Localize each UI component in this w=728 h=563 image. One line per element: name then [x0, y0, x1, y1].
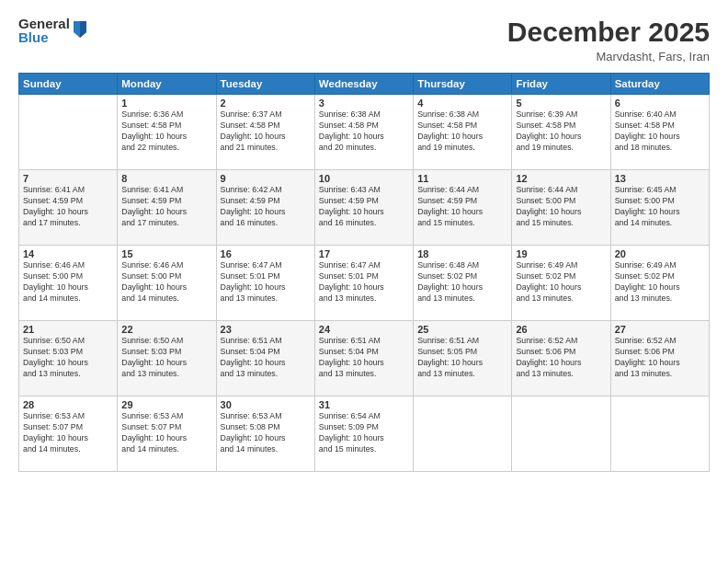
day-info: Sunrise: 6:54 AM Sunset: 5:09 PM Dayligh…: [319, 411, 409, 455]
logo-blue: Blue: [18, 30, 70, 44]
calendar-cell: 14Sunrise: 6:46 AM Sunset: 5:00 PM Dayli…: [19, 246, 118, 321]
calendar-cell: 12Sunrise: 6:44 AM Sunset: 5:00 PM Dayli…: [512, 170, 610, 246]
day-info: Sunrise: 6:50 AM Sunset: 5:03 PM Dayligh…: [121, 336, 211, 380]
day-number: 9: [221, 173, 311, 184]
calendar-cell: 28Sunrise: 6:53 AM Sunset: 5:07 PM Dayli…: [19, 396, 118, 472]
day-number: 23: [221, 324, 311, 335]
day-number: 31: [319, 399, 409, 410]
month-year: December 2025: [507, 17, 710, 48]
day-number: 3: [319, 98, 409, 109]
day-info: Sunrise: 6:51 AM Sunset: 5:04 PM Dayligh…: [319, 336, 409, 380]
calendar-cell: 2Sunrise: 6:37 AM Sunset: 4:58 PM Daylig…: [216, 95, 314, 170]
calendar-cell: 20Sunrise: 6:49 AM Sunset: 5:02 PM Dayli…: [610, 246, 709, 321]
calendar-cell: 16Sunrise: 6:47 AM Sunset: 5:01 PM Dayli…: [216, 246, 314, 321]
day-info: Sunrise: 6:53 AM Sunset: 5:07 PM Dayligh…: [23, 411, 113, 455]
day-number: 24: [319, 324, 409, 335]
calendar-cell: 26Sunrise: 6:52 AM Sunset: 5:06 PM Dayli…: [512, 321, 610, 396]
calendar-cell: 6Sunrise: 6:40 AM Sunset: 4:58 PM Daylig…: [610, 95, 709, 170]
calendar-cell: 3Sunrise: 6:38 AM Sunset: 4:58 PM Daylig…: [314, 95, 413, 170]
day-number: 8: [121, 173, 211, 184]
svg-marker-1: [80, 21, 86, 38]
calendar-cell: [610, 396, 709, 472]
calendar-cell: 4Sunrise: 6:38 AM Sunset: 4:58 PM Daylig…: [414, 95, 512, 170]
calendar-cell: 7Sunrise: 6:41 AM Sunset: 4:59 PM Daylig…: [19, 170, 118, 246]
day-number: 27: [615, 324, 705, 335]
day-info: Sunrise: 6:52 AM Sunset: 5:06 PM Dayligh…: [516, 336, 606, 380]
location: Marvdasht, Fars, Iran: [507, 50, 710, 63]
header-tuesday: Tuesday: [216, 74, 314, 95]
day-info: Sunrise: 6:41 AM Sunset: 4:59 PM Dayligh…: [23, 185, 113, 229]
day-info: Sunrise: 6:50 AM Sunset: 5:03 PM Dayligh…: [23, 336, 113, 380]
calendar-cell: 15Sunrise: 6:46 AM Sunset: 5:00 PM Dayli…: [118, 246, 216, 321]
calendar-cell: [512, 396, 610, 472]
calendar-cell: 22Sunrise: 6:50 AM Sunset: 5:03 PM Dayli…: [118, 321, 216, 396]
day-number: 28: [23, 399, 113, 410]
calendar-cell: 30Sunrise: 6:53 AM Sunset: 5:08 PM Dayli…: [216, 396, 314, 472]
day-number: 1: [121, 98, 211, 109]
header-thursday: Thursday: [414, 74, 512, 95]
day-info: Sunrise: 6:52 AM Sunset: 5:06 PM Dayligh…: [615, 336, 705, 380]
day-number: 29: [121, 399, 211, 410]
calendar-cell: 27Sunrise: 6:52 AM Sunset: 5:06 PM Dayli…: [610, 321, 709, 396]
day-number: 19: [516, 248, 606, 259]
calendar-cell: 5Sunrise: 6:39 AM Sunset: 4:58 PM Daylig…: [512, 95, 610, 170]
logo-text: General Blue: [18, 17, 70, 44]
day-info: Sunrise: 6:38 AM Sunset: 4:58 PM Dayligh…: [319, 109, 409, 154]
day-info: Sunrise: 6:46 AM Sunset: 5:00 PM Dayligh…: [23, 260, 113, 304]
day-info: Sunrise: 6:43 AM Sunset: 4:59 PM Dayligh…: [319, 185, 409, 229]
calendar-week-4: 21Sunrise: 6:50 AM Sunset: 5:03 PM Dayli…: [19, 321, 710, 396]
day-number: 18: [417, 248, 507, 259]
day-info: Sunrise: 6:42 AM Sunset: 4:59 PM Dayligh…: [221, 185, 311, 229]
day-info: Sunrise: 6:37 AM Sunset: 4:58 PM Dayligh…: [221, 109, 311, 154]
logo-general: General: [18, 17, 70, 30]
day-info: Sunrise: 6:51 AM Sunset: 5:05 PM Dayligh…: [417, 336, 507, 380]
weekday-header-row: Sunday Monday Tuesday Wednesday Thursday…: [19, 74, 710, 95]
day-number: 10: [319, 173, 409, 184]
day-number: 11: [417, 173, 507, 184]
day-number: 6: [615, 98, 705, 109]
calendar-week-5: 28Sunrise: 6:53 AM Sunset: 5:07 PM Dayli…: [19, 396, 710, 472]
calendar-cell: 18Sunrise: 6:48 AM Sunset: 5:02 PM Dayli…: [414, 246, 512, 321]
header-friday: Friday: [512, 74, 610, 95]
day-number: 13: [615, 173, 705, 184]
day-number: 17: [319, 248, 409, 259]
calendar-cell: 19Sunrise: 6:49 AM Sunset: 5:02 PM Dayli…: [512, 246, 610, 321]
day-info: Sunrise: 6:49 AM Sunset: 5:02 PM Dayligh…: [615, 260, 705, 304]
calendar-cell: 31Sunrise: 6:54 AM Sunset: 5:09 PM Dayli…: [314, 396, 413, 472]
calendar-week-1: 1Sunrise: 6:36 AM Sunset: 4:58 PM Daylig…: [19, 95, 710, 170]
calendar-cell: 1Sunrise: 6:36 AM Sunset: 4:58 PM Daylig…: [118, 95, 216, 170]
header-wednesday: Wednesday: [314, 74, 413, 95]
logo: General Blue: [18, 17, 88, 44]
day-number: 26: [516, 324, 606, 335]
header-sunday: Sunday: [19, 74, 118, 95]
calendar-cell: 25Sunrise: 6:51 AM Sunset: 5:05 PM Dayli…: [414, 321, 512, 396]
day-number: 16: [221, 248, 311, 259]
day-number: 2: [221, 98, 311, 109]
day-info: Sunrise: 6:46 AM Sunset: 5:00 PM Dayligh…: [121, 260, 211, 304]
day-number: 22: [121, 324, 211, 335]
day-info: Sunrise: 6:39 AM Sunset: 4:58 PM Dayligh…: [516, 109, 606, 154]
day-info: Sunrise: 6:47 AM Sunset: 5:01 PM Dayligh…: [221, 260, 311, 304]
calendar-week-2: 7Sunrise: 6:41 AM Sunset: 4:59 PM Daylig…: [19, 170, 710, 246]
day-number: 14: [23, 248, 113, 259]
calendar-cell: 24Sunrise: 6:51 AM Sunset: 5:04 PM Dayli…: [314, 321, 413, 396]
calendar-page: General Blue December 2025 Marvdasht, Fa…: [0, 0, 728, 563]
calendar-cell: 17Sunrise: 6:47 AM Sunset: 5:01 PM Dayli…: [314, 246, 413, 321]
day-info: Sunrise: 6:53 AM Sunset: 5:08 PM Dayligh…: [221, 411, 311, 455]
calendar-cell: 13Sunrise: 6:45 AM Sunset: 5:00 PM Dayli…: [610, 170, 709, 246]
calendar-cell: 29Sunrise: 6:53 AM Sunset: 5:07 PM Dayli…: [118, 396, 216, 472]
day-info: Sunrise: 6:44 AM Sunset: 5:00 PM Dayligh…: [516, 185, 606, 229]
title-block: December 2025 Marvdasht, Fars, Iran: [507, 17, 710, 63]
header: General Blue December 2025 Marvdasht, Fa…: [18, 17, 710, 63]
day-info: Sunrise: 6:44 AM Sunset: 4:59 PM Dayligh…: [417, 185, 507, 229]
calendar-cell: 21Sunrise: 6:50 AM Sunset: 5:03 PM Dayli…: [19, 321, 118, 396]
calendar-cell: [19, 95, 118, 170]
calendar-cell: 23Sunrise: 6:51 AM Sunset: 5:04 PM Dayli…: [216, 321, 314, 396]
header-saturday: Saturday: [610, 74, 709, 95]
day-info: Sunrise: 6:38 AM Sunset: 4:58 PM Dayligh…: [417, 109, 507, 154]
calendar-cell: [414, 396, 512, 472]
day-number: 12: [516, 173, 606, 184]
calendar-week-3: 14Sunrise: 6:46 AM Sunset: 5:00 PM Dayli…: [19, 246, 710, 321]
day-info: Sunrise: 6:48 AM Sunset: 5:02 PM Dayligh…: [417, 260, 507, 304]
day-number: 4: [417, 98, 507, 109]
